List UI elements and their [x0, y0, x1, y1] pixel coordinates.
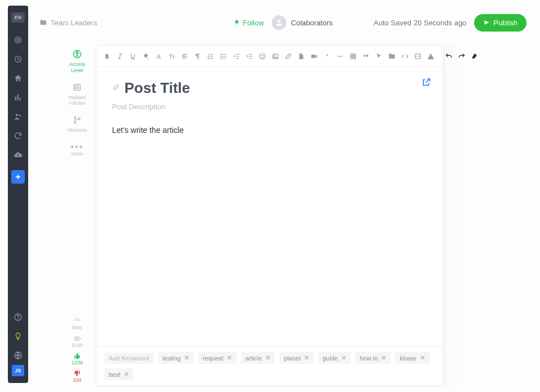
- italic-icon[interactable]: [116, 52, 124, 61]
- svg-point-6: [16, 114, 18, 116]
- emoji-icon[interactable]: [258, 52, 266, 61]
- tag-remove-icon[interactable]: ✕: [304, 354, 309, 362]
- health-stat: 90%: [72, 317, 82, 331]
- svg-point-1: [17, 39, 19, 41]
- svg-rect-4: [17, 95, 19, 101]
- related-articles-item[interactable]: Related Articles: [63, 82, 91, 107]
- accessibility-icon: [72, 48, 83, 60]
- breadcrumb-label: Team Leaders: [51, 19, 97, 27]
- history-icon[interactable]: [12, 54, 24, 65]
- svg-point-26: [274, 55, 275, 56]
- post-description-input[interactable]: Post Description: [112, 103, 428, 111]
- tag-remove-icon[interactable]: ✕: [227, 354, 232, 362]
- undo-icon[interactable]: [445, 52, 453, 61]
- tag-remove-icon[interactable]: ✕: [420, 354, 425, 362]
- tag-item[interactable]: kbase✕: [395, 352, 429, 364]
- add-button[interactable]: [11, 170, 25, 184]
- tag-item[interactable]: request✕: [198, 352, 236, 364]
- svg-point-0: [15, 37, 21, 43]
- eye-icon: [73, 335, 81, 342]
- file-icon[interactable]: [297, 52, 305, 61]
- post-title-input[interactable]: Post Title: [124, 79, 190, 97]
- post-body[interactable]: Let's write the article: [112, 126, 428, 135]
- tag-remove-icon[interactable]: ✕: [124, 371, 129, 378]
- clear-format-icon[interactable]: [471, 52, 479, 61]
- quote-icon[interactable]: [362, 52, 370, 61]
- bold-icon[interactable]: [103, 52, 111, 61]
- indent-decrease-icon[interactable]: [233, 52, 240, 61]
- list-ordered-icon[interactable]: [207, 52, 215, 61]
- underline-icon[interactable]: [129, 52, 137, 61]
- redo-icon[interactable]: [458, 52, 466, 61]
- hr-icon[interactable]: [336, 52, 344, 61]
- add-keyword-input[interactable]: Add Keywoard: [104, 353, 154, 364]
- permalink-icon[interactable]: [112, 83, 120, 93]
- video-icon[interactable]: [310, 52, 318, 61]
- tag-item[interactable]: testing✕: [158, 352, 194, 364]
- folder-icon[interactable]: [388, 52, 396, 61]
- tag-remove-icon[interactable]: ✕: [381, 354, 386, 362]
- open-external-icon[interactable]: [421, 77, 431, 90]
- link-icon[interactable]: [284, 52, 292, 61]
- home-icon[interactable]: [12, 73, 24, 84]
- tag-item[interactable]: article✕: [241, 352, 275, 364]
- users-icon[interactable]: [12, 111, 24, 122]
- language-badge[interactable]: EN: [11, 12, 25, 23]
- tag-item[interactable]: planet✕: [279, 352, 314, 364]
- bell-icon: [233, 19, 240, 26]
- document-area[interactable]: Post Title Post Description Let's write …: [96, 67, 444, 346]
- svg-rect-28: [350, 54, 355, 58]
- table-icon[interactable]: [349, 52, 357, 61]
- tag-remove-icon[interactable]: ✕: [184, 354, 189, 362]
- embed-icon[interactable]: [414, 52, 422, 61]
- svg-point-20: [221, 56, 221, 56]
- code-icon[interactable]: [401, 52, 409, 61]
- downvotes-value: 234: [73, 377, 81, 383]
- tag-remove-icon[interactable]: ✕: [341, 354, 346, 362]
- list-unordered-icon[interactable]: [220, 52, 227, 61]
- tips-icon[interactable]: [12, 331, 24, 342]
- breadcrumb[interactable]: Team Leaders: [39, 19, 97, 27]
- more-icon: •••: [71, 141, 84, 149]
- thumbs-up-icon: [73, 352, 81, 360]
- more-item[interactable]: ••• More: [71, 141, 84, 157]
- access-level-label: Access Level: [63, 61, 91, 74]
- svg-rect-3: [15, 97, 16, 101]
- upvotes-value: 1239: [72, 360, 83, 366]
- tag-item[interactable]: how to✕: [355, 352, 391, 364]
- align-icon[interactable]: [181, 52, 189, 61]
- image-icon[interactable]: [271, 52, 279, 61]
- cursor-icon[interactable]: [375, 52, 383, 61]
- versions-item[interactable]: Versions: [68, 114, 87, 133]
- thumbs-down-icon: [73, 369, 81, 377]
- svg-point-9: [17, 319, 18, 319]
- tag-item[interactable]: best✕: [104, 368, 133, 380]
- tags-row: Add Keywoard testing✕ request✕ article✕ …: [96, 346, 444, 386]
- access-level-item[interactable]: Access Level: [63, 48, 91, 74]
- text-size-icon[interactable]: [168, 52, 176, 61]
- font-icon[interactable]: [155, 52, 163, 61]
- fill-color-icon[interactable]: [142, 52, 150, 61]
- special-char-icon[interactable]: [323, 52, 331, 61]
- health-value: 90%: [72, 325, 82, 331]
- publish-button[interactable]: Publish: [474, 14, 526, 32]
- globe-icon[interactable]: [12, 350, 24, 361]
- articles-icon: [72, 82, 83, 93]
- folder-icon: [39, 19, 47, 26]
- collaborators[interactable]: Colaborators: [272, 15, 333, 30]
- cloud-upload-icon[interactable]: [12, 149, 24, 161]
- editor-toolbar: [96, 46, 444, 67]
- warning-icon[interactable]: [427, 52, 435, 61]
- target-icon[interactable]: [12, 34, 24, 46]
- sync-icon[interactable]: [12, 130, 24, 141]
- svg-point-16: [74, 122, 76, 123]
- follow-button[interactable]: Follow: [233, 19, 264, 27]
- indent-increase-icon[interactable]: [246, 52, 253, 61]
- help-icon[interactable]: [12, 311, 24, 323]
- collaborators-label: Colaborators: [291, 19, 333, 27]
- tag-remove-icon[interactable]: ✕: [265, 354, 270, 362]
- js-badge[interactable]: JS: [12, 365, 24, 376]
- paragraph-icon[interactable]: [194, 52, 202, 61]
- tag-item[interactable]: guide✕: [318, 352, 351, 364]
- analytics-icon[interactable]: [12, 92, 24, 103]
